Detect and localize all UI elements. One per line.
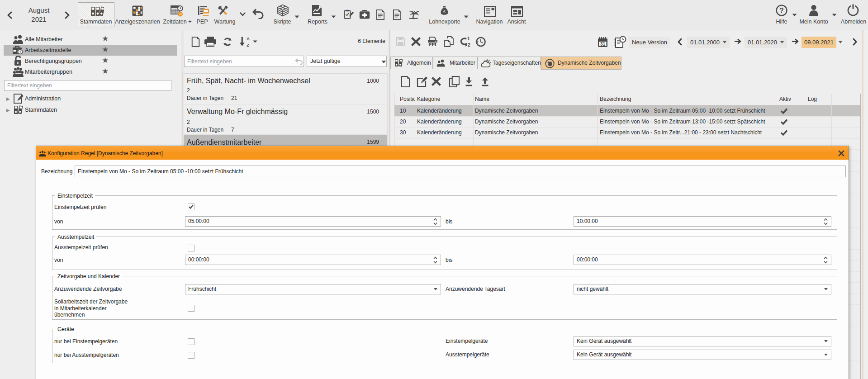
svg-text:?: ? bbox=[779, 7, 784, 14]
svg-text:2: 2 bbox=[468, 43, 470, 47]
svg-text:€: € bbox=[443, 9, 446, 14]
svg-text:1: 1 bbox=[467, 36, 470, 41]
svg-text:A: A bbox=[247, 36, 250, 41]
svg-text:31: 31 bbox=[600, 42, 606, 47]
svg-text:Z: Z bbox=[247, 43, 249, 47]
